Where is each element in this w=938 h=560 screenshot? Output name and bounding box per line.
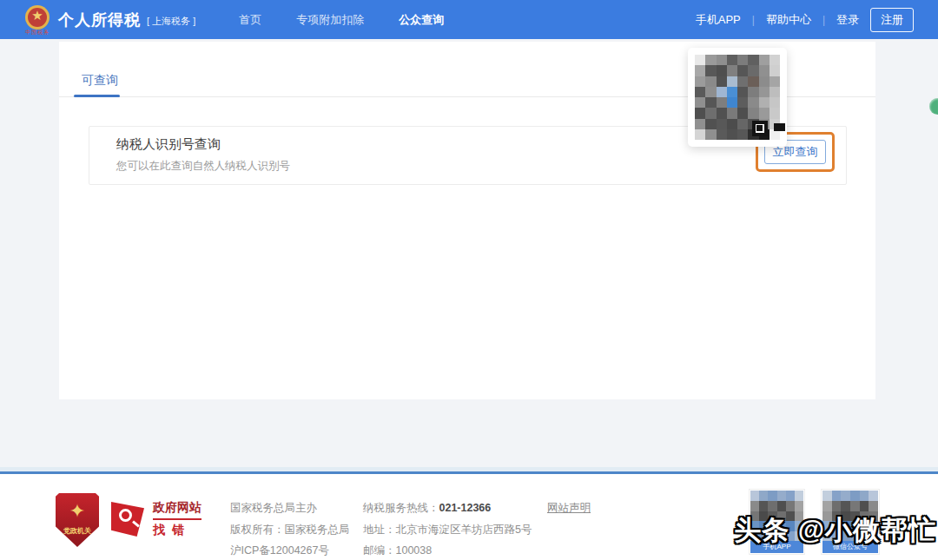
qr-code-popup xyxy=(688,48,787,147)
top-header: ★ 中国税务 个人所得税 [ 上海税务 ] 首页 专项附加扣除 公众查询 手机A… xyxy=(0,0,938,39)
main-nav: 首页 专项附加扣除 公众查询 xyxy=(239,12,444,28)
site-title: 个人所得税 xyxy=(58,10,141,30)
footer-address-line: 地址：北京市海淀区羊坊店西路5号 xyxy=(363,519,532,541)
footer-contact-info: 纳税服务热线：021-12366 地址：北京市海淀区羊坊店西路5号 邮编：100… xyxy=(363,497,532,560)
nav-item-special-deduction[interactable]: 专项附加扣除 xyxy=(296,12,364,28)
register-button[interactable]: 注册 xyxy=(870,8,914,32)
footer-org-info: 国家税务总局主办 版权所有：国家税务总局 沪ICP备12004267号 xyxy=(230,497,350,560)
help-center-link[interactable]: 帮助中心 xyxy=(766,12,811,28)
floating-side-widget[interactable] xyxy=(929,98,938,115)
mobile-app-link[interactable]: 手机APP xyxy=(696,12,741,28)
qr-module-block xyxy=(774,123,785,131)
gov-site-label: 政府网站 xyxy=(153,500,201,520)
address-value: 北京市海淀区羊坊店西路5号 xyxy=(396,524,532,536)
tab-active-underline xyxy=(74,95,120,97)
login-link[interactable]: 登录 xyxy=(836,12,859,28)
zip-value: 100038 xyxy=(396,544,433,557)
site-statement-link[interactable]: 网站声明 xyxy=(547,501,591,516)
nav-item-public-query[interactable]: 公众查询 xyxy=(399,12,444,28)
magnifier-icon xyxy=(111,502,144,537)
page-footer: ✦ 党政机关 政府网站 找错 国家税务总局主办 版权所有：国家税务总局 沪ICP… xyxy=(0,474,938,560)
divider: | xyxy=(752,14,755,26)
query-card-title: 纳税人识别号查询 xyxy=(116,136,221,153)
hotline-number: 021-12366 xyxy=(439,502,492,514)
footer-host-line: 国家税务总局主办 xyxy=(230,497,350,519)
gov-site-find-error-link[interactable]: 政府网站 找错 xyxy=(111,500,201,538)
shield-star-icon: ✦ xyxy=(56,500,99,523)
site-logo[interactable]: ★ 中国税务 个人所得税 [ 上海税务 ] xyxy=(24,4,195,36)
zip-label: 邮编： xyxy=(363,544,396,557)
party-government-badge-icon: ✦ 党政机关 xyxy=(56,493,99,547)
address-label: 地址： xyxy=(363,524,396,536)
tax-emblem-icon: ★ 中国税务 xyxy=(24,4,50,36)
query-card-subtitle: 您可以在此查询自然人纳税人识别号 xyxy=(116,159,290,174)
footer-copyright-line: 版权所有：国家税务总局 xyxy=(230,519,350,541)
site-region-label: [ 上海税务 ] xyxy=(147,15,195,28)
header-actions: 手机APP | 帮助中心 | 登录 注册 xyxy=(696,8,914,32)
find-error-label: 找错 xyxy=(153,523,201,538)
divider: | xyxy=(822,14,825,26)
nav-item-home[interactable]: 首页 xyxy=(239,12,261,28)
watermark-overlay: 头条 @小微帮忙 xyxy=(734,512,936,549)
footer-hotline-line: 纳税服务热线：021-12366 xyxy=(363,497,532,519)
main-content-area: 可查询 纳税人识别号查询 您可以在此查询自然人纳税人识别号 立即查询 xyxy=(0,39,938,467)
hotline-label: 纳税服务热线： xyxy=(363,502,439,514)
footer-zip-line: 邮编：100038 xyxy=(363,540,532,560)
footer-icp-line: 沪ICP备12004267号 xyxy=(230,540,350,560)
shield-badge-label: 党政机关 xyxy=(56,526,99,536)
tab-queryable[interactable]: 可查询 xyxy=(82,73,118,89)
qr-position-marker-dot xyxy=(756,125,763,131)
emblem-badge-text: 中国税务 xyxy=(24,29,50,36)
